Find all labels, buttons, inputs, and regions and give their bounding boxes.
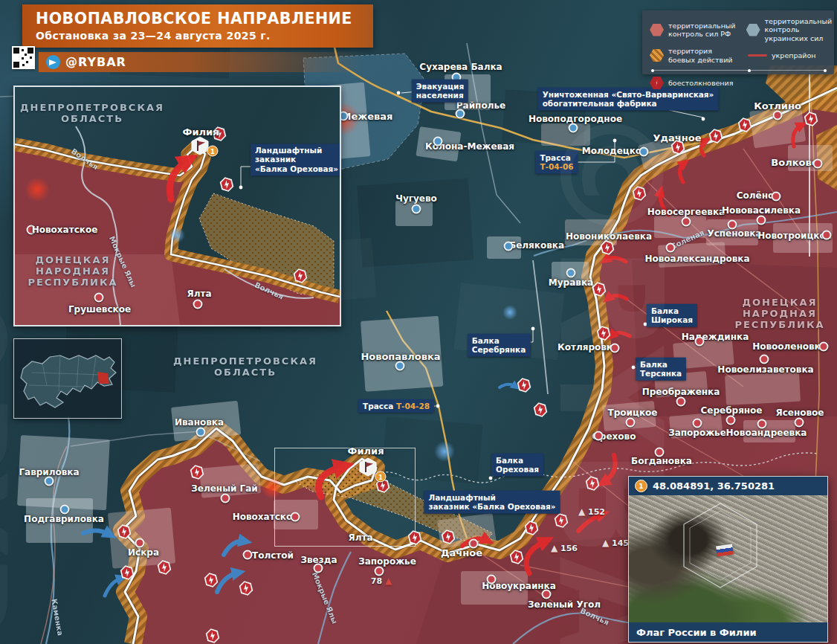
- town-label: Чугуево: [395, 193, 437, 204]
- town-label: Новохатское: [233, 512, 299, 522]
- location-pin: [760, 355, 769, 364]
- town-label: Новотроицкое: [757, 231, 832, 241]
- town-label: Новооленовка: [752, 341, 827, 352]
- flash-glow: [502, 305, 517, 320]
- map-canvas: ДНЕПРОПЕТРОВСКАЯ ОБЛАСТЬДОНЕЦКАЯ НАРОДНА…: [0, 0, 837, 644]
- qr-code: [12, 46, 35, 69]
- region-label: ДНЕПРОПЕТРОВСКАЯ ОБЛАСТЬ: [173, 355, 317, 378]
- town-label: Ялта: [348, 532, 372, 543]
- town-label: Ивановка: [175, 417, 224, 428]
- location-pin: [60, 505, 70, 515]
- map-title: НОВОПАВЛОВСКОЕ НАПРАВЛЕНИЕ: [36, 10, 373, 28]
- location-pin: [822, 231, 832, 240]
- ua-control-swatch-icon: [746, 24, 760, 36]
- map-legend: территориальныйконтроль сил РФ территори…: [642, 10, 834, 74]
- town-label: Котлино: [754, 100, 801, 112]
- location-pin: [221, 494, 230, 503]
- town-label: Нововасилевка: [722, 205, 801, 216]
- town-label: Новоандреевка: [726, 428, 807, 438]
- town-label: Новоелизаветовка: [717, 364, 813, 375]
- location-pin: [504, 242, 514, 251]
- fortified-line-swatch-icon: [748, 54, 767, 57]
- location-pin: [469, 539, 479, 549]
- location-pin: [819, 342, 829, 352]
- marker-number-badge: 1: [207, 146, 219, 157]
- height-marker: 78 ▲: [371, 576, 392, 586]
- highlighted-region: [97, 372, 109, 384]
- town-label: Ялта: [187, 289, 211, 299]
- ukraine-minimap: [13, 338, 122, 419]
- location-pin: [243, 550, 253, 560]
- callout-label: Уничтоженная «Свято-Варваринская»обогати…: [538, 88, 719, 111]
- location-pin: [655, 448, 665, 457]
- town-label: Богдановка: [631, 456, 692, 466]
- location-pin: [196, 428, 206, 437]
- town-label: Надеждинка: [682, 332, 749, 342]
- legend-item-clashes: боестолкновения: [650, 77, 828, 89]
- region-label: ДОНЕЦКАЯ НАРОДНАЯ РЕСПУБЛИКА: [734, 297, 824, 330]
- town-label: Подгавриловка: [24, 514, 104, 524]
- location-pin: [728, 220, 737, 230]
- rf-control-swatch-icon: [650, 24, 664, 36]
- callout-label: БалкаСеребрянка: [468, 334, 531, 357]
- town-label: Преображенка: [642, 387, 720, 397]
- location-pin: [291, 512, 300, 522]
- marker-number-badge: 1: [635, 480, 647, 492]
- callout-label: Трасса Т-04-28: [358, 399, 434, 413]
- callout-label: Эвакуациянаселения: [412, 80, 468, 103]
- location-pin: [626, 418, 636, 428]
- location-pin: [695, 337, 705, 347]
- flash-glow: [169, 227, 185, 243]
- map-subtitle: Обстановка за 23—24 августа 2025 г.: [36, 30, 373, 42]
- legend-item-combat: территориябоевых действий: [650, 47, 737, 64]
- photo-caption: Флаг России в Филии: [629, 622, 827, 642]
- location-pin: [314, 564, 323, 573]
- location-pin: [795, 418, 804, 428]
- photo-header: 1 48.084891, 36.750281: [629, 477, 827, 495]
- location-pin: [375, 567, 384, 576]
- location-pin: [569, 123, 578, 133]
- town-label: Филия: [348, 445, 384, 457]
- marker-number-badge: 1: [375, 471, 387, 483]
- location-pin: [135, 538, 145, 548]
- town-label: Беляковка: [509, 240, 564, 251]
- height-marker: ▲ 152: [578, 506, 605, 517]
- town-label: Филия: [183, 126, 219, 138]
- callout-label: БалкаШирокая: [647, 304, 697, 327]
- strike-glow: [25, 177, 50, 202]
- location-pin: [693, 419, 702, 428]
- town-label: Искра: [128, 547, 159, 558]
- photo-coordinates: 48.084891, 36.750281: [653, 480, 775, 492]
- clashes-swatch-icon: [650, 77, 664, 89]
- telegram-badge[interactable]: @RYBAR: [39, 52, 381, 72]
- region-label: ДОНЕЦКАЯ НАРОДНАЯ РЕСПУБЛИКА: [28, 254, 117, 288]
- photo-inset: 1 48.084891, 36.750281 Флаг России в Фил…: [628, 476, 828, 643]
- location-pin: [542, 590, 552, 599]
- inset-source-rect: [274, 448, 416, 547]
- location-pin: [757, 216, 766, 225]
- location-pin: [676, 397, 686, 407]
- callout-label: ТрассаТ-04-06: [535, 151, 578, 174]
- town-label: Новопавловка: [361, 351, 440, 362]
- title-banner: НОВОПАВЛОВСКОЕ НАПРАВЛЕНИЕ Обстановка за…: [22, 4, 373, 48]
- location-pin: [772, 192, 781, 202]
- location-pin: [487, 575, 497, 585]
- town-label: Муравка: [549, 277, 593, 288]
- location-pin: [433, 137, 443, 146]
- combat-zone-swatch-icon: [650, 49, 664, 62]
- height-marker: ▲ 145: [602, 538, 629, 548]
- legend-item-rf: территориальныйконтроль сил РФ: [650, 17, 736, 42]
- town-label: Грушевское: [68, 304, 131, 315]
- height-marker: ▲ 156: [551, 543, 578, 553]
- legend-item-ua: территориальныйконтроль украинских сил: [746, 17, 833, 42]
- town-label: Новосергеевка: [647, 207, 725, 217]
- town-label: Новоалександровка: [644, 254, 749, 264]
- town-label: Дачное: [441, 547, 482, 558]
- location-pin: [193, 300, 203, 309]
- location-pin: [594, 431, 604, 441]
- town-label: Толстой: [252, 550, 294, 561]
- legend-item-fortified: укрепрайон: [748, 47, 816, 64]
- telegram-handle: @RYBAR: [65, 55, 126, 69]
- location-pin: [45, 477, 54, 486]
- strike-glow: [261, 477, 283, 499]
